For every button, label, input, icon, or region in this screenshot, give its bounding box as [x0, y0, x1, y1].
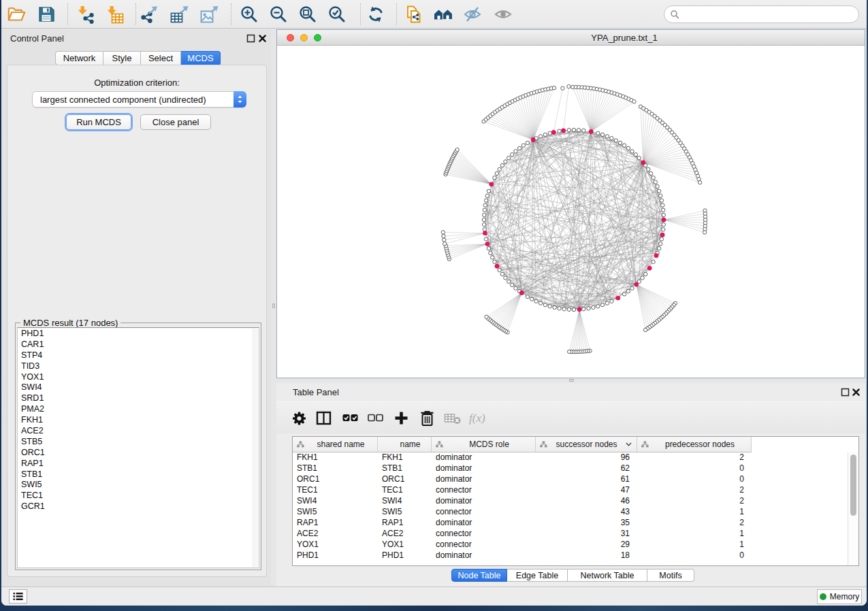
table-row[interactable]: ACE2ACE2connector311	[293, 529, 848, 540]
cell-name[interactable]: RAP1	[378, 518, 432, 529]
tab-network-table[interactable]: Network Table	[568, 569, 647, 582]
cell-predecessor-nodes[interactable]: 2	[637, 496, 752, 507]
cell-shared-name[interactable]: SWI4	[293, 496, 378, 507]
show-columns-icon[interactable]	[315, 409, 333, 427]
import-table-icon[interactable]	[105, 5, 124, 24]
cell-MCDS-role[interactable]: connector	[432, 507, 536, 518]
cell-MCDS-role[interactable]: connector	[432, 529, 536, 540]
run-mcds-button[interactable]: Run MCDS	[66, 114, 131, 130]
cell-shared-name[interactable]: RAP1	[293, 518, 378, 529]
cell-name[interactable]: SWI4	[378, 496, 432, 507]
cell-shared-name[interactable]: STB1	[293, 463, 378, 474]
hide-selected-icon[interactable]	[463, 5, 482, 24]
unselect-all-icon[interactable]	[366, 409, 385, 427]
cell-MCDS-role[interactable]: connector	[432, 485, 536, 496]
close-icon[interactable]	[852, 388, 861, 397]
tab-motifs[interactable]: Motifs	[647, 569, 694, 582]
mcds-result-item[interactable]: SRD1	[18, 393, 259, 404]
mcds-result-item[interactable]: TID3	[18, 361, 259, 372]
cell-shared-name[interactable]: YOX1	[293, 540, 378, 550]
tab-mcds[interactable]: MCDS	[181, 51, 221, 65]
cell-MCDS-role[interactable]: connector	[432, 540, 536, 550]
cell-name[interactable]: FKH1	[378, 452, 432, 463]
table-row[interactable]: SWI4SWI4dominator462	[293, 496, 848, 507]
tab-edge-table[interactable]: Edge Table	[507, 569, 568, 582]
delete-table-icon[interactable]	[443, 409, 462, 427]
cell-successor-nodes[interactable]: 18	[536, 550, 637, 561]
cell-predecessor-nodes[interactable]: 1	[637, 507, 752, 518]
table-row[interactable]: STB1STB1dominator620	[293, 463, 848, 474]
mcds-result-item[interactable]: RAP1	[18, 459, 259, 469]
cell-predecessor-nodes[interactable]: 1	[637, 540, 752, 550]
export-table-icon[interactable]	[170, 5, 189, 24]
zoom-selected-icon[interactable]	[327, 5, 347, 24]
column-header-successor-nodes[interactable]: successor nodes	[536, 437, 637, 452]
cell-predecessor-nodes[interactable]: 0	[637, 463, 752, 474]
optimization-criterion-select[interactable]: largest connected component (undirected)	[32, 91, 246, 108]
cell-name[interactable]: ACE2	[378, 529, 432, 540]
column-header-MCDS-role[interactable]: MCDS role	[432, 437, 536, 452]
search-box[interactable]	[664, 5, 859, 23]
network-window-titlebar[interactable]: YPA_prune.txt_1	[277, 30, 865, 46]
cell-name[interactable]: ORC1	[378, 474, 432, 485]
mcds-result-item[interactable]: STP4	[18, 350, 259, 361]
table-row[interactable]: YOX1YOX1connector291	[293, 540, 848, 550]
mcds-result-item[interactable]: ORC1	[18, 448, 259, 459]
cell-successor-nodes[interactable]: 31	[536, 529, 637, 540]
table-row[interactable]: ORC1ORC1dominator610	[293, 474, 848, 485]
search-input[interactable]	[683, 10, 853, 20]
cell-successor-nodes[interactable]: 47	[536, 485, 637, 496]
mcds-result-item[interactable]: CAR1	[18, 340, 259, 350]
cell-shared-name[interactable]: ORC1	[293, 474, 378, 485]
export-image-icon[interactable]	[200, 5, 219, 24]
network-graph[interactable]	[277, 46, 865, 378]
cell-successor-nodes[interactable]: 96	[536, 452, 637, 463]
cell-name[interactable]: YOX1	[378, 540, 432, 550]
cell-successor-nodes[interactable]: 62	[536, 463, 637, 474]
tab-style[interactable]: Style	[103, 51, 141, 65]
table-row[interactable]: SWI5SWI5connector431	[293, 507, 848, 518]
import-network-icon[interactable]	[76, 5, 95, 24]
cell-shared-name[interactable]: SWI5	[293, 507, 378, 518]
cell-MCDS-role[interactable]: dominator	[432, 496, 536, 507]
mcds-result-item[interactable]: YOX1	[18, 372, 259, 383]
cell-MCDS-role[interactable]: dominator	[432, 518, 536, 529]
cell-predecessor-nodes[interactable]: 0	[637, 474, 752, 485]
float-icon[interactable]	[841, 388, 850, 397]
table-scrollbar[interactable]	[848, 452, 858, 565]
table-row[interactable]: RAP1RAP1dominator352	[293, 518, 848, 529]
function-builder-icon[interactable]	[468, 409, 487, 427]
cell-predecessor-nodes[interactable]: 2	[637, 485, 752, 496]
cell-successor-nodes[interactable]: 29	[536, 540, 637, 550]
cell-shared-name[interactable]: FKH1	[293, 452, 378, 463]
cell-name[interactable]: STB1	[378, 463, 432, 474]
network-canvas[interactable]	[277, 46, 865, 378]
table-scrollbar-thumb[interactable]	[850, 455, 856, 516]
mcds-result-item[interactable]: ACE2	[18, 426, 259, 437]
first-neighbors-icon[interactable]	[434, 5, 453, 24]
cell-shared-name[interactable]: ACE2	[293, 529, 378, 540]
zoom-fit-icon[interactable]	[298, 5, 317, 24]
column-header-name[interactable]: name	[378, 437, 432, 452]
mcds-result-item[interactable]: STB5	[18, 437, 259, 448]
cell-name[interactable]: TEC1	[378, 485, 432, 496]
show-all-icon[interactable]	[494, 5, 513, 24]
close-icon[interactable]	[258, 34, 267, 43]
table-row[interactable]: PHD1PHD1dominator180	[293, 550, 848, 561]
cell-successor-nodes[interactable]: 35	[536, 518, 637, 529]
cell-MCDS-role[interactable]: dominator	[432, 463, 536, 474]
tab-network[interactable]: Network	[55, 51, 103, 65]
cell-shared-name[interactable]: PHD1	[293, 550, 378, 561]
table-row[interactable]: TEC1TEC1connector472	[293, 485, 848, 496]
mcds-list-scrollbar[interactable]	[253, 329, 258, 567]
column-header-shared-name[interactable]: shared name	[293, 437, 378, 452]
mcds-result-list[interactable]: PHD1CAR1STP4TID3YOX1SWI4SRD1PMA2FKH1ACE2…	[17, 327, 259, 568]
refresh-icon[interactable]	[366, 5, 385, 24]
zoom-out-icon[interactable]	[269, 5, 288, 24]
cell-successor-nodes[interactable]: 46	[536, 496, 637, 507]
mcds-result-item[interactable]: PHD1	[18, 329, 259, 340]
mcds-result-item[interactable]: SWI5	[18, 480, 259, 491]
mcds-result-item[interactable]: TEC1	[18, 491, 259, 501]
mcds-result-item[interactable]: FKH1	[18, 415, 259, 426]
cell-name[interactable]: SWI5	[378, 507, 432, 518]
